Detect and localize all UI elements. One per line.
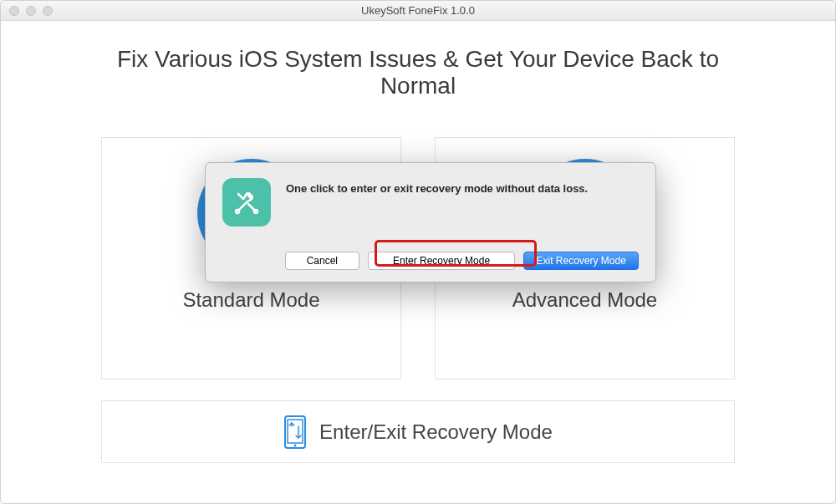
titlebar: UkeySoft FoneFix 1.0.0 — [1, 1, 835, 21]
svg-point-4 — [254, 210, 257, 213]
advanced-mode-label: Advanced Mode — [512, 288, 657, 312]
page-headline: Fix Various iOS System Issues & Get Your… — [101, 46, 735, 99]
recovery-bar-label: Enter/Exit Recovery Mode — [319, 420, 553, 444]
phone-arrows-icon — [283, 415, 307, 450]
recovery-mode-bar[interactable]: Enter/Exit Recovery Mode — [101, 400, 735, 463]
cancel-button[interactable]: Cancel — [285, 252, 359, 270]
window-title: UkeySoft FoneFix 1.0.0 — [1, 4, 835, 17]
traffic-lights — [9, 6, 53, 16]
recovery-mode-dialog: One click to enter or exit recovery mode… — [205, 162, 656, 283]
exit-recovery-button[interactable]: Exit Recovery Mode — [523, 252, 639, 270]
tools-icon — [222, 178, 271, 227]
svg-point-2 — [294, 444, 297, 446]
minimize-window-button[interactable] — [26, 6, 36, 16]
dialog-message: One click to enter or exit recovery mode… — [286, 178, 588, 195]
fullscreen-window-button[interactable] — [43, 6, 53, 16]
enter-recovery-button[interactable]: Enter Recovery Mode — [368, 252, 516, 270]
standard-mode-label: Standard Mode — [182, 288, 319, 312]
dialog-content-row: One click to enter or exit recovery mode… — [222, 178, 639, 227]
svg-point-3 — [236, 210, 239, 213]
svg-rect-1 — [288, 420, 303, 443]
dialog-buttons: Cancel Enter Recovery Mode Exit Recovery… — [222, 252, 639, 270]
close-window-button[interactable] — [9, 6, 19, 16]
